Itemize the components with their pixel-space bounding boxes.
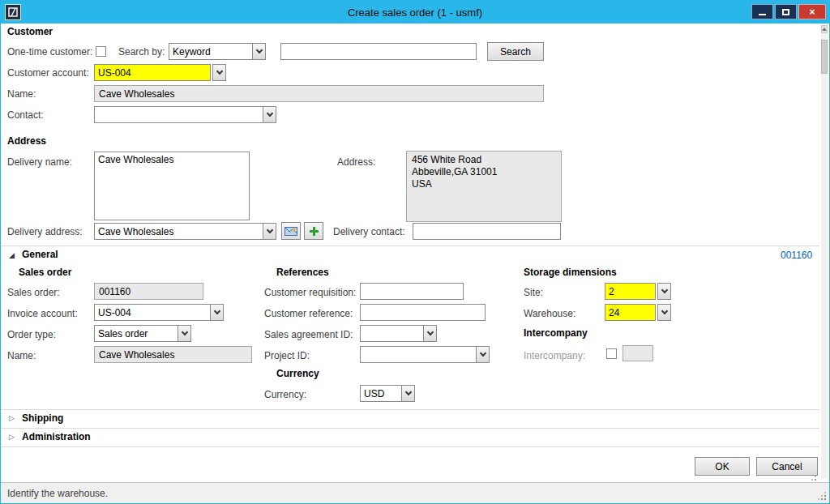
site-value[interactable]: 2 [605,283,656,300]
window-title: Create sales order (1 - usmf) [1,6,829,19]
general-name-field: Cave Wholesales [94,346,252,363]
delivery-address-value[interactable]: Cave Wholesales [94,223,263,240]
general-name-label: Name: [7,349,36,362]
map-icon [285,226,297,237]
invoice-account-label: Invoice account: [7,307,78,320]
resize-grip[interactable] [816,490,826,500]
project-id-dropdown-icon[interactable] [476,346,490,363]
form-resize-grip[interactable] [808,472,816,481]
sales-order-field: 001160 [94,283,203,300]
customer-account-combo[interactable]: US-004 [94,64,226,81]
site-dropdown-icon[interactable] [657,283,671,300]
search-by-dropdown-icon[interactable] [252,43,266,60]
address-display: 456 White Road Abbeville,GA 31001 USA [406,151,562,222]
project-id-value[interactable] [360,346,477,363]
intercompany-group-header: Intercompany [524,327,588,339]
customer-requisition-label: Customer requisition: [264,286,356,299]
scroll-up-icon[interactable] [821,25,828,33]
intercompany-checkbox [606,348,617,359]
currency-dropdown-icon[interactable] [401,385,415,402]
section-divider [1,446,819,447]
delivery-name-textarea[interactable]: Cave Wholesales [94,152,250,220]
scrollbar-thumb[interactable] [821,40,828,74]
create-sales-order-window: Create sales order (1 - usmf) × Customer… [0,0,830,504]
sales-order-label: Sales order: [7,286,60,299]
close-button[interactable]: × [798,4,826,19]
section-divider [1,428,819,429]
search-by-label: Search by: [118,45,165,58]
order-type-value[interactable]: Sales order [94,325,178,342]
customer-section-header: Customer [7,26,53,37]
warehouse-combo[interactable]: 24 [605,304,671,321]
customer-name-label: Name: [7,88,36,100]
minimize-button[interactable] [751,4,773,19]
sales-order-group-header: Sales order [19,267,71,278]
references-group-header: References [276,267,329,278]
customer-search-input[interactable] [280,43,477,60]
view-address-map-button[interactable] [281,222,301,240]
currency-label: Currency: [264,388,306,401]
invoice-account-dropdown-icon[interactable] [210,304,224,321]
customer-reference-label: Customer reference: [264,307,353,320]
contact-value[interactable] [94,106,263,123]
contact-combo[interactable] [94,106,276,123]
order-type-dropdown-icon[interactable] [178,325,191,342]
site-combo[interactable]: 2 [605,283,671,300]
intercompany-label: Intercompany: [524,349,585,362]
general-section-header[interactable]: General [22,249,58,260]
section-divider [1,409,819,410]
order-type-select[interactable]: Sales order [94,325,191,342]
status-bar: Identify the warehouse. [1,482,829,503]
invoice-account-combo[interactable]: US-004 [94,304,224,321]
currency-value[interactable]: USD [360,385,402,402]
one-time-customer-checkbox[interactable] [96,46,106,57]
warehouse-dropdown-icon[interactable] [657,304,671,321]
one-time-customer-label: One-time customer: [7,45,92,58]
title-bar[interactable]: Create sales order (1 - usmf) × [1,1,829,23]
customer-requisition-input[interactable] [360,283,464,300]
sales-agreement-combo[interactable] [360,325,437,342]
warehouse-label: Warehouse: [524,307,575,320]
search-by-value[interactable]: Keyword [169,43,253,60]
window-controls: × [751,4,826,19]
project-id-combo[interactable] [360,346,490,363]
minimize-icon [759,14,766,15]
record-id-link[interactable]: 001160 [781,250,812,261]
currency-select[interactable]: USD [360,385,415,402]
invoice-account-value[interactable]: US-004 [94,304,211,321]
delivery-address-dropdown-icon[interactable] [263,223,276,240]
administration-expand-icon[interactable]: ▷ [9,433,15,441]
general-collapse-icon[interactable]: ◢ [9,251,15,259]
shipping-section-header[interactable]: Shipping [22,412,63,424]
sales-agreement-value[interactable] [360,325,424,342]
address-label: Address: [337,156,375,169]
sales-agreement-id-label: Sales agreement ID: [264,328,353,341]
delivery-address-label: Delivery address: [7,225,83,238]
search-button[interactable]: Search [487,42,544,61]
add-address-button[interactable] [304,222,323,240]
maximize-button[interactable] [775,4,797,19]
contact-label: Contact: [7,109,44,122]
delivery-contact-label: Delivery contact: [333,225,405,238]
currency-group-header: Currency [276,368,319,379]
customer-account-dropdown-icon[interactable] [212,64,226,81]
warehouse-value[interactable]: 24 [605,304,656,321]
delivery-address-combo[interactable]: Cave Wholesales [94,223,276,240]
ok-button[interactable]: OK [695,457,750,476]
customer-account-value[interactable]: US-004 [94,64,211,81]
customer-reference-input[interactable] [360,304,486,321]
shipping-expand-icon[interactable]: ▷ [9,414,15,422]
customer-account-label: Customer account: [7,66,89,79]
section-divider [1,246,819,246]
administration-section-header[interactable]: Administration [22,431,91,442]
search-by-select[interactable]: Keyword [169,43,266,60]
intercompany-id-field [622,345,653,361]
maximize-icon [782,9,789,15]
sales-agreement-dropdown-icon[interactable] [423,325,437,342]
address-section-header: Address [7,135,46,147]
status-text: Identify the warehouse. [7,488,108,499]
contact-dropdown-icon[interactable] [263,106,276,123]
customer-name-field: Cave Wholesales [94,85,544,102]
vertical-scrollbar[interactable] [821,25,828,479]
delivery-contact-input[interactable] [413,223,561,240]
